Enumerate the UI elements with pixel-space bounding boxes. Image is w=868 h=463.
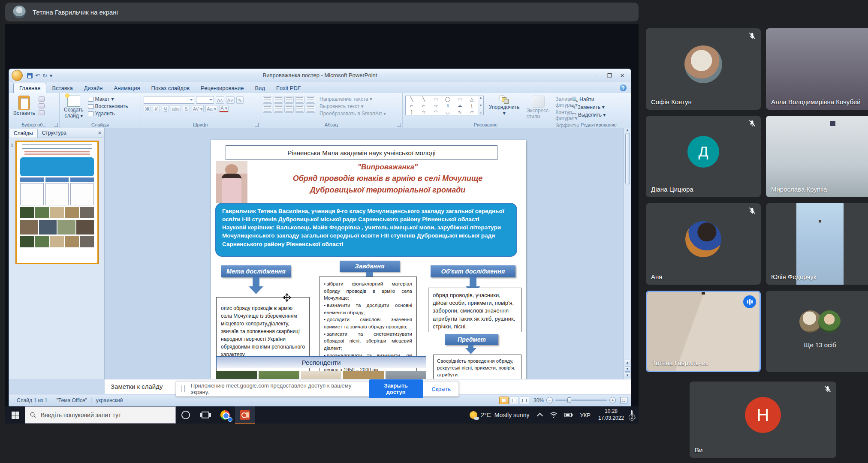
shape-block-arrow-down-icon[interactable]: ⇩ [442, 102, 454, 109]
participant-tile-tetiana-speaking[interactable]: Тетяна Гаврильчик [646, 291, 761, 372]
align-left-button[interactable] [263, 105, 272, 113]
increase-indent-button[interactable] [295, 96, 304, 104]
powerpoint-titlebar[interactable]: ↶ ↻ ▾ Випроважанка постер - Microsoft Po… [9, 69, 631, 82]
weather-widget[interactable]: 2°C Mostly sunny [465, 411, 533, 419]
normal-view-button[interactable] [499, 397, 509, 404]
undo-icon[interactable]: ↶ [35, 72, 40, 79]
line-spacing-button[interactable] [306, 96, 315, 104]
reset-button[interactable]: Восстановить [88, 103, 128, 109]
font-size-combo[interactable] [196, 96, 214, 104]
change-case-button[interactable]: Аа ▾ [205, 105, 217, 112]
shape-block-arrow-right-icon[interactable]: ⇨ [430, 102, 442, 109]
slide-canvas[interactable]: Рівненська Мала академія наук учнівської… [211, 140, 526, 379]
participant-tile-yulia[interactable]: Юлія Федорчук [766, 203, 868, 285]
redo-icon[interactable]: ↻ [42, 72, 47, 79]
cut-icon[interactable] [39, 96, 45, 102]
shape-arrow-icon[interactable]: ╲ [418, 96, 430, 102]
tab-pokaz-slaydov[interactable]: Показ слайдов [146, 83, 196, 93]
zoom-in-button[interactable]: + [609, 397, 616, 403]
tab-foxit-pdf[interactable]: Foxit PDF [271, 83, 307, 93]
zoom-slider-thumb[interactable] [567, 397, 571, 403]
vertical-scrollbar[interactable]: ▲ ▲ ▼ ▼ [624, 128, 631, 379]
format-painter-icon[interactable] [39, 110, 45, 115]
participant-tile-alla[interactable]: Алла Володимирівна Кочубей [766, 28, 868, 110]
new-slide-button[interactable]: Создать слайд ▾ [62, 95, 85, 120]
select-button[interactable]: ⬚ Выделить ▾ [572, 112, 626, 118]
tab-animatsiya[interactable]: Анимация [108, 83, 146, 93]
chrome-taskbar-button[interactable] [215, 406, 235, 424]
restore-button[interactable]: ❐ [606, 72, 613, 79]
scroll-up-icon[interactable]: ▲ [626, 128, 629, 132]
stop-sharing-button[interactable]: Закрыть доступ [369, 379, 423, 398]
wifi-button[interactable] [546, 412, 561, 418]
text-direction-button[interactable]: Направление текста ▾ [319, 96, 386, 102]
language-indicator[interactable]: УКР [576, 412, 594, 418]
cortana-button[interactable] [176, 406, 196, 424]
shrink-font-button[interactable]: А˅ [226, 96, 235, 104]
minimize-button[interactable]: – [593, 72, 600, 79]
shape-curve-icon[interactable]: ∿ [454, 109, 466, 115]
shapes-gallery-scroll[interactable]: ▲▼▿ [478, 96, 484, 115]
tray-expand-icon[interactable] [537, 413, 543, 419]
close-button[interactable]: ✕ [619, 72, 626, 79]
shape-rectangle-icon[interactable]: ▭ [430, 96, 442, 102]
tab-vid[interactable]: Вид [249, 83, 271, 93]
fit-to-window-button[interactable]: ⛶ [620, 397, 627, 403]
replace-button[interactable]: ✎ Заменить ▾ [572, 104, 626, 110]
outline-pane-tab[interactable]: Структура [38, 129, 71, 137]
drag-handle-icon[interactable] [181, 385, 185, 392]
bold-button[interactable]: Ж [144, 105, 151, 112]
participant-tile-anya[interactable]: Аня [646, 203, 761, 285]
help-icon[interactable]: ? [620, 84, 627, 91]
shape-brace-right-icon[interactable]: } [406, 109, 418, 115]
find-button[interactable]: 🔍 Найти [572, 96, 626, 102]
scroll-down-icon[interactable]: ▼ [625, 373, 630, 378]
shape-triangle-icon[interactable]: △ [466, 96, 478, 102]
shape-cloud-icon[interactable]: ☁ [454, 102, 466, 109]
self-tile[interactable]: Н Ви [690, 382, 836, 458]
shape-brace-left-icon[interactable]: { [466, 102, 478, 109]
tab-vstavka[interactable]: Вставка [46, 83, 78, 93]
qat-dropdown-icon[interactable]: ▾ [50, 72, 53, 79]
shape-parallelogram-icon[interactable]: ▱ [466, 109, 478, 115]
battery-button[interactable] [561, 412, 576, 418]
italic-button[interactable]: К [153, 105, 160, 112]
paragraph-dialog-launcher-icon[interactable] [397, 123, 401, 127]
next-slide-icon[interactable]: ▼ [625, 366, 630, 372]
paste-button[interactable]: Вставить [12, 95, 37, 117]
delete-slide-button[interactable]: Удалить [88, 111, 128, 117]
slides-pane-tab[interactable]: Слайды [9, 129, 38, 138]
layout-button[interactable]: Макет ▾ [88, 96, 128, 102]
clear-formatting-button[interactable]: ✎ [236, 96, 244, 104]
decrease-indent-button[interactable] [284, 96, 294, 104]
slideshow-view-button[interactable] [520, 397, 529, 404]
font-name-combo[interactable] [144, 96, 194, 104]
taskbar-clock[interactable]: 10:28 17.03.2022 [594, 408, 628, 421]
participant-tile-sofia[interactable]: Софія Ковтун [646, 28, 761, 110]
tab-retsenzirovanie[interactable]: Рецензирование [195, 83, 249, 93]
taskbar-search-input[interactable]: Введіть пошуковий запит тут [25, 406, 176, 424]
zoom-level[interactable]: 30% [533, 397, 544, 403]
powerpoint-taskbar-button[interactable] [235, 406, 255, 424]
zoom-slider[interactable] [555, 400, 607, 401]
font-dialog-launcher-icon[interactable] [255, 123, 259, 127]
slide-sorter-view-button[interactable] [509, 397, 519, 404]
character-spacing-button[interactable]: AV ▾ [192, 105, 204, 112]
bullets-button[interactable] [263, 96, 272, 104]
strikethrough-button[interactable]: abc [171, 105, 181, 112]
tab-glavnaya[interactable]: Главная [13, 83, 46, 93]
drawing-dialog-launcher-icon[interactable] [564, 123, 567, 127]
pane-close-icon[interactable]: ✕ [98, 130, 102, 136]
previous-slide-icon[interactable]: ▲ [625, 360, 630, 365]
shape-elbow-icon[interactable]: ⌐ [406, 102, 418, 109]
participant-tile-diana[interactable]: Д Діана Цицюра [646, 116, 761, 197]
shape-elbow-arrow-icon[interactable]: ⌐ [418, 102, 430, 109]
office-button[interactable] [12, 70, 23, 81]
slide-edit-area[interactable]: Рівненська Мала академія наук учнівської… [105, 128, 631, 379]
shape-rounded-rectangle-icon[interactable]: ▭ [454, 96, 466, 102]
grow-font-button[interactable]: А˄ [216, 96, 224, 104]
start-button[interactable] [5, 406, 25, 424]
clipboard-dialog-launcher-icon[interactable] [54, 123, 58, 127]
status-language[interactable]: украинский [92, 397, 128, 403]
shape-line-icon[interactable]: ╲ [406, 96, 418, 102]
